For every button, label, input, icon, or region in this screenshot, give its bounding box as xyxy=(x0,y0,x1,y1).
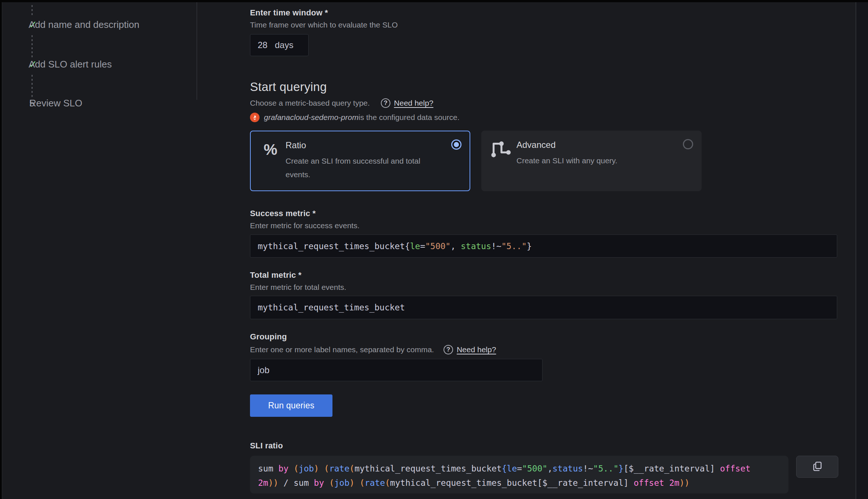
advanced-radio-unselected[interactable] xyxy=(683,139,693,149)
stepper-step-alert-rules[interactable]: ✓ Add SLO alert rules xyxy=(2,58,112,70)
datasource-suffix: is the configured data source. xyxy=(358,113,460,122)
success-metric-label: Success metric * xyxy=(250,209,316,218)
help-circle-icon[interactable]: ? xyxy=(444,345,453,354)
percent-icon: % xyxy=(260,139,282,160)
datasource-name: grafanacloud-sedemo-prom xyxy=(264,113,358,122)
grouping-value: job xyxy=(258,365,269,375)
sli-ratio-code-line-1: sum by (job) (rate(mythical_request_time… xyxy=(258,462,780,476)
time-window-label: Enter time window * xyxy=(250,8,328,18)
card-description: Create an SLI from successful and total … xyxy=(286,154,432,181)
stepper-connector xyxy=(32,35,33,57)
stepper-connector xyxy=(32,75,33,97)
step-number: 5 xyxy=(2,98,29,109)
help-circle-icon[interactable]: ? xyxy=(381,98,390,108)
time-window-input[interactable]: 28 days xyxy=(250,34,309,56)
copy-icon xyxy=(812,460,823,473)
scroll-gutter[interactable] xyxy=(856,2,868,499)
grouping-description: Enter one or more label names, separated… xyxy=(250,345,434,354)
grouping-input[interactable]: job xyxy=(250,359,542,381)
time-window-unit: days xyxy=(275,40,294,50)
sli-ratio-label: SLI ratio xyxy=(250,441,283,451)
step-label: Review SLO xyxy=(29,98,82,109)
query-type-card-ratio[interactable]: % Ratio Create an SLI from successful an… xyxy=(250,131,470,191)
slo-wizard-screen: ✓ Add name and description ✓ Add SLO ale… xyxy=(0,0,868,499)
start-querying-heading: Start querying xyxy=(250,80,327,94)
step-label: Add SLO alert rules xyxy=(29,59,112,70)
prometheus-icon xyxy=(250,113,260,122)
steps-icon xyxy=(490,139,512,160)
success-metric-input[interactable]: mythical_request_times_bucket{le="500", … xyxy=(250,234,837,258)
query-type-subtext: Choose a metric-based query type. xyxy=(250,99,370,108)
query-type-card-advanced[interactable]: Advanced Create an SLI with any query. xyxy=(481,131,702,191)
check-icon: ✓ xyxy=(2,58,29,70)
card-title: Advanced xyxy=(516,140,556,150)
need-help-link[interactable]: Need help? xyxy=(394,99,433,108)
total-metric-value: mythical_request_times_bucket xyxy=(258,303,405,312)
total-metric-label: Total metric * xyxy=(250,270,302,280)
total-metric-input[interactable]: mythical_request_times_bucket xyxy=(250,296,837,319)
success-metric-value: mythical_request_times_bucket{le="500", … xyxy=(258,241,532,251)
wizard-stepper: ✓ Add name and description ✓ Add SLO ale… xyxy=(2,2,196,112)
content-area: ✓ Add name and description ✓ Add SLO ale… xyxy=(2,2,868,499)
grouping-need-help-link[interactable]: Need help? xyxy=(457,345,496,354)
card-title: Ratio xyxy=(286,140,306,150)
card-description: Create an SLI with any query. xyxy=(516,154,663,167)
run-queries-label: Run queries xyxy=(268,401,314,411)
copy-button[interactable] xyxy=(796,456,838,478)
time-window-value[interactable]: 28 xyxy=(258,40,268,50)
stepper-connector xyxy=(32,5,33,17)
ratio-radio-selected[interactable] xyxy=(451,139,461,150)
check-icon: ✓ xyxy=(2,19,29,31)
stepper-divider xyxy=(196,2,197,100)
time-window-description: Time frame over which to evaluate the SL… xyxy=(250,21,398,29)
sli-ratio-code-line-2: 2m)) / sum by (job) (rate(mythical_reque… xyxy=(258,476,780,490)
stepper-step-name-description[interactable]: ✓ Add name and description xyxy=(2,19,139,31)
stepper-step-review-slo[interactable]: 5 Review SLO xyxy=(2,98,82,109)
step-label: Add name and description xyxy=(29,19,139,30)
sli-ratio-code-block[interactable]: sum by (job) (rate(mythical_request_time… xyxy=(250,456,788,493)
run-queries-button[interactable]: Run queries xyxy=(250,394,332,417)
total-metric-description: Enter metric for total events. xyxy=(250,283,346,292)
grouping-label: Grouping xyxy=(250,332,287,342)
success-metric-description: Enter metric for success events. xyxy=(250,221,360,230)
